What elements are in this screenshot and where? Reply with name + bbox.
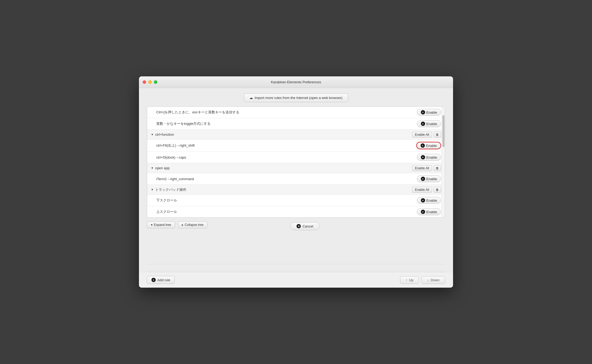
up-label: Up [409, 278, 414, 282]
enable-label: Enable [426, 198, 437, 202]
enable-label: Enable [426, 177, 437, 181]
delete-button-trackpad[interactable]: 🗑 [434, 187, 441, 193]
rule-row: Ctrl+[を押したときに、escキーと英数キーを送信する + Enable [147, 107, 445, 118]
enable-label: Enable [426, 210, 437, 214]
up-button[interactable]: ↑ Up [400, 276, 419, 284]
group-header-left: ▼ open app [151, 166, 170, 170]
enable-button-0[interactable]: + Enable [417, 109, 441, 116]
group-label: open app [155, 166, 170, 170]
delete-button-ctrl-function[interactable]: 🗑 [434, 132, 441, 138]
scrollbar[interactable] [442, 107, 445, 217]
window-content: ☁ Import more rules from the Internet (o… [139, 88, 453, 243]
add-rule-label: Add rule [157, 278, 170, 282]
import-btn-row: ☁ Import more rules from the Internet (o… [147, 93, 445, 102]
down-button[interactable]: ↓ Down [422, 276, 445, 284]
scrollbar-thumb[interactable] [442, 115, 445, 147]
plus-icon: + [421, 198, 425, 202]
inner-border-area [147, 264, 445, 272]
enable-button-scroll-down[interactable]: + Enable [417, 197, 441, 204]
enable-button-scroll-up[interactable]: + Enable [417, 208, 441, 215]
trash-icon: 🗑 [436, 188, 439, 192]
enable-all-button-ctrl-function[interactable]: Enable All [412, 132, 432, 138]
triangle-down-icon: ▼ [151, 167, 154, 169]
group-header-open-app: ▼ open app Enable All 🗑 [147, 163, 445, 173]
rule-label: ctrl+f3(dock)→caps [151, 155, 186, 159]
rule-row: ctrl+F8(右上)→right_shift + Enable [147, 140, 445, 152]
rule-label: iTerm2→right_command [151, 177, 194, 181]
cancel-label: Cancel [302, 224, 313, 228]
plus-icon: + [421, 210, 425, 214]
cancel-button[interactable]: ✕ Cancel [290, 222, 319, 230]
collapse-tree-button[interactable]: ▸ Collapse tree [178, 221, 208, 228]
plus-circle-icon: + [151, 278, 156, 282]
rule-label: Ctrl+[を押したときに、escキーと英数キーを送信する [151, 110, 239, 115]
up-arrow-icon: ↑ [406, 278, 408, 282]
plus-icon: + [421, 122, 425, 126]
enable-all-button-trackpad[interactable]: Enable All [412, 187, 432, 193]
traffic-lights [143, 80, 157, 84]
enable-label: Enable [426, 144, 437, 148]
rule-row: 英数・かなキーをtoggle方式にする + Enable [147, 118, 445, 130]
import-button-label: Import more rules from the Internet (ope… [254, 96, 342, 100]
rule-row: 下スクロール + Enable [147, 195, 445, 206]
add-rule-button[interactable]: + Add rule [147, 276, 175, 284]
enable-label-1: Enable [426, 122, 437, 126]
window-title: Karabiner-Elements Preferences [271, 80, 321, 84]
close-button[interactable] [143, 80, 146, 84]
delete-button-open-app[interactable]: 🗑 [434, 165, 441, 171]
trash-icon: 🗑 [436, 166, 439, 170]
titlebar: Karabiner-Elements Preferences [139, 76, 453, 88]
rules-container: Ctrl+[を押したときに、escキーと英数キーを送信する + Enable 英… [147, 106, 445, 218]
bottom-bar: + Add rule ↑ Up ↓ Down [139, 272, 453, 288]
plus-icon: + [421, 177, 425, 181]
enable-all-button-open-app[interactable]: Enable All [412, 165, 432, 171]
x-icon: ✕ [297, 224, 301, 228]
rule-row: 上スクロール + Enable [147, 206, 445, 217]
down-arrow-icon: ↓ [427, 278, 429, 282]
group-label: ctrl+function [155, 133, 174, 136]
enable-all-label: Enable All [415, 133, 429, 136]
group-header-right: Enable All 🗑 [412, 165, 441, 171]
rule-label: 下スクロール [151, 198, 177, 203]
chevron-right-icon: ▸ [182, 223, 183, 227]
group-header-right: Enable All 🗑 [412, 132, 441, 138]
empty-area [139, 243, 453, 264]
chevron-down-icon: ▾ [151, 223, 153, 227]
triangle-down-icon: ▼ [151, 188, 154, 191]
enable-button-1[interactable]: + Enable [417, 120, 441, 127]
trash-icon: 🗑 [436, 133, 439, 136]
down-label: Down [431, 278, 439, 282]
enable-all-label: Enable All [415, 188, 429, 192]
collapse-tree-label: Collapse tree [185, 223, 204, 227]
rule-row: ctrl+f3(dock)→caps + Enable [147, 152, 445, 163]
group-header-trackpad: ▼ トラックパッド操作 Enable All 🗑 [147, 185, 445, 195]
rule-row: iTerm2→right_command + Enable [147, 173, 445, 185]
enable-all-label: Enable All [415, 166, 429, 170]
enable-button-ctrl-f3[interactable]: + Enable [417, 154, 441, 161]
group-header-ctrl-function: ▼ ctrl+function Enable All 🗑 [147, 130, 445, 140]
maximize-button[interactable] [154, 80, 157, 84]
group-label: トラックパッド操作 [155, 187, 186, 192]
enable-button-ctrl-f8[interactable]: + Enable [416, 142, 441, 149]
tree-controls: ▾ Expand tree ▸ Collapse tree [147, 221, 207, 228]
group-header-right: Enable All 🗑 [412, 187, 441, 193]
import-button[interactable]: ☁ Import more rules from the Internet (o… [244, 93, 348, 102]
main-window: Karabiner-Elements Preferences ☁ Import … [139, 76, 453, 288]
group-header-left: ▼ ctrl+function [151, 133, 174, 136]
triangle-down-icon: ▼ [151, 133, 154, 136]
plus-icon: + [421, 110, 425, 114]
nav-buttons: ↑ Up ↓ Down [400, 276, 445, 284]
plus-icon: + [421, 155, 425, 159]
plus-icon: + [421, 143, 425, 148]
group-header-left: ▼ トラックパッド操作 [151, 187, 186, 192]
expand-tree-button[interactable]: ▾ Expand tree [147, 221, 175, 228]
rule-label: 上スクロール [151, 209, 177, 214]
enable-button-iterm2[interactable]: + Enable [417, 175, 441, 182]
rule-label: ctrl+F8(右上)→right_shift [151, 143, 195, 148]
minimize-button[interactable] [148, 80, 152, 84]
enable-label-0: Enable [426, 110, 437, 114]
cancel-btn-row: ✕ Cancel [290, 222, 319, 230]
expand-tree-label: Expand tree [154, 223, 171, 227]
rule-label: 英数・かなキーをtoggle方式にする [151, 121, 211, 126]
enable-label: Enable [426, 155, 437, 159]
